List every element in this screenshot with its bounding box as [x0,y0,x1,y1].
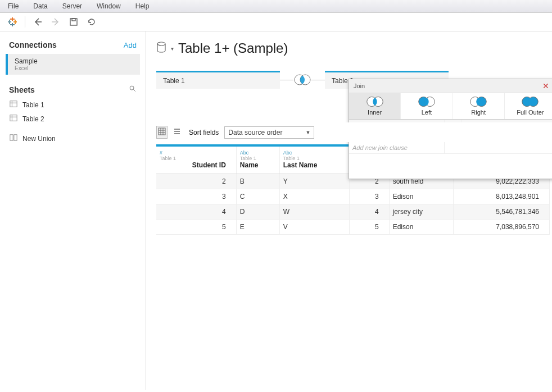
menu-data[interactable]: Data [31,1,49,11]
sheet-icon [9,114,18,124]
cell: 3 [156,189,236,204]
cell: X [279,189,349,204]
search-icon[interactable] [129,85,137,94]
connection-item[interactable]: Sample Excel [6,54,140,75]
join-type-full-outer[interactable]: Full Outer [505,93,552,119]
cell: 3 [349,189,389,204]
svg-point-12 [130,86,134,90]
cell: C [236,189,279,204]
grid-toolbar: Sort fields Data source order ▼ [156,122,552,142]
cell: 4 [156,204,236,220]
cell: W [279,204,349,220]
svg-rect-10 [70,19,77,25]
add-connection-link[interactable]: Add [124,41,137,49]
sheet-label: Table 1 [22,101,44,109]
svg-rect-21 [14,135,17,141]
cell: 7,038,896,570 [453,220,549,235]
join-connector[interactable] [280,74,325,86]
table-row[interactable]: 4DW4jersey city5,546,781,346 [156,204,550,220]
join-type-right[interactable]: Right [453,93,505,119]
col-type: Abc [279,147,349,156]
svg-rect-33 [159,128,165,135]
connection-type: Excel [15,65,133,71]
database-icon [156,40,166,56]
sheet-item[interactable]: Table 1 [0,98,146,112]
close-icon[interactable]: ✕ [540,81,551,90]
forward-icon[interactable] [50,16,61,28]
union-icon [9,134,18,143]
table-row[interactable]: 3CX3Edison8,013,248,901 [156,189,550,204]
sort-fields-dropdown[interactable]: Data source order ▼ [224,126,314,139]
save-icon[interactable] [68,16,79,28]
divider [25,16,25,28]
svg-line-13 [133,89,135,92]
svg-rect-5 [9,20,10,24]
cell: 5 [349,220,389,235]
join-dialog-title: Join [354,83,365,89]
cell: Edison [389,220,453,235]
connections-title: Connections [9,40,57,49]
cell: 5 [156,220,236,235]
cell: 4 [349,204,389,220]
back-icon[interactable] [32,16,43,28]
cell: Edison [389,189,453,204]
col-name[interactable]: Last Name [279,161,349,174]
chevron-down-icon: ▼ [305,130,310,135]
svg-rect-7 [15,20,16,24]
col-name[interactable]: Name [236,161,279,174]
cell: B [236,174,279,189]
sort-fields-label: Sort fields [189,129,219,136]
toolbar [0,13,552,31]
connection-name: Sample [15,57,133,65]
join-type-inner[interactable]: Inner [349,93,401,119]
col-source: Table 1 [279,156,349,161]
new-union-button[interactable]: New Union [0,131,146,145]
col-type: # [156,147,236,156]
grid-view-icon[interactable] [156,126,168,139]
cell: V [279,220,349,235]
sheets-title: Sheets [9,85,35,94]
list-view-icon[interactable] [173,127,181,137]
add-join-clause[interactable]: Add new join clause [349,142,552,154]
tableau-logo-icon [7,16,18,28]
cell: 5,546,781,346 [453,204,549,220]
svg-rect-17 [10,115,17,121]
svg-rect-14 [10,101,17,107]
join-dialog-body [349,154,552,179]
cell: Y [279,174,349,189]
cell: jersey city [389,204,453,220]
menu-server[interactable]: Server [60,1,84,11]
datasource-title[interactable]: Table 1+ (Sample) [178,40,288,56]
cell: D [236,204,279,220]
main-area: ▾ Table 1+ (Sample) Table 1 Table 2 Join… [146,31,552,390]
canvas-table-left[interactable]: Table 1 [156,71,280,89]
svg-rect-1 [10,19,15,20]
sheet-icon [9,100,18,110]
cell: 2 [156,174,236,189]
menu-bar: FileDataServerWindowHelp [0,0,552,13]
svg-rect-20 [10,135,13,141]
col-name[interactable]: Student ID [156,161,236,174]
sheet-item[interactable]: Table 2 [0,112,146,126]
join-type-left[interactable]: Left [401,93,453,119]
col-source: Table 1 [156,156,236,161]
table-row[interactable]: 5EV5Edison7,038,896,570 [156,220,550,235]
sidebar: Connections Add Sample Excel Sheets Tabl… [0,31,146,390]
new-union-label: New Union [22,135,56,143]
svg-point-22 [157,42,165,45]
cell: E [236,220,279,235]
svg-rect-3 [10,24,15,25]
menu-help[interactable]: Help [133,1,152,11]
col-type: Abc [236,147,279,156]
cell: 8,013,248,901 [453,189,549,204]
svg-rect-11 [72,19,75,21]
datasource-dropdown-icon[interactable]: ▾ [171,45,174,52]
sheet-label: Table 2 [22,115,44,123]
refresh-icon[interactable] [86,16,97,28]
datasource-title-row: ▾ Table 1+ (Sample) [156,40,552,71]
col-source: Table 1 [236,156,279,161]
menu-file[interactable]: File [6,1,21,11]
menu-window[interactable]: Window [94,1,123,11]
